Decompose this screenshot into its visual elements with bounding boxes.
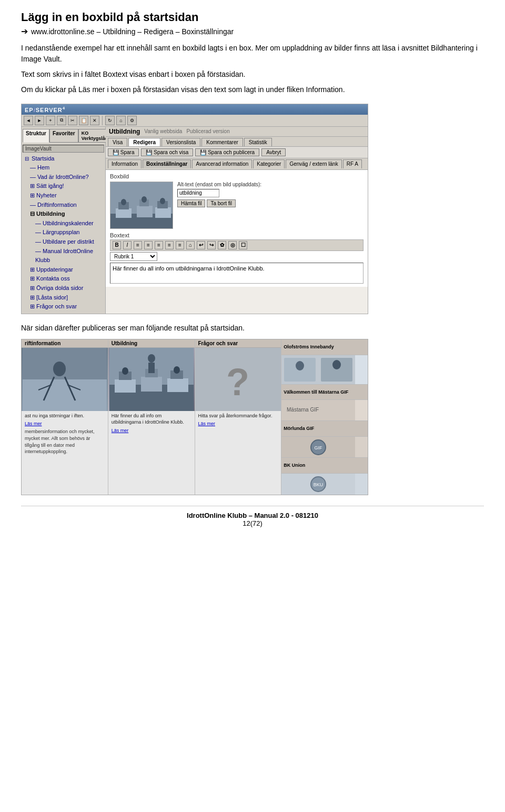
tree-item-drift[interactable]: — Driftinformation — [23, 201, 104, 210]
tab-rfa[interactable]: RF A — [343, 159, 362, 168]
tree-item-uppdateringar[interactable]: ⊞ Uppdateringar — [23, 265, 104, 275]
paragraph-1: I nedanstående exempel har ett innehåll … — [21, 43, 484, 65]
alt-text-input[interactable] — [177, 189, 219, 197]
morlunda-img: GIF — [281, 437, 368, 458]
save-and-publish-button[interactable]: 💾 Spara och publicera — [195, 148, 259, 156]
copy-icon[interactable]: ⧉ — [57, 116, 66, 125]
svg-rect-21 — [141, 377, 162, 392]
svg-point-26 — [122, 367, 128, 375]
result-col-utb: Utbildning Här finn — [108, 339, 195, 495]
tree-item-fragor[interactable]: ⊞ Frågor och svar — [23, 302, 104, 312]
tree-item-satt[interactable]: ⊞ Sätt igång! — [23, 182, 104, 191]
svg-text:BKU: BKU — [314, 482, 324, 487]
home-icon[interactable]: ⌂ — [116, 116, 126, 125]
settings-icon[interactable]: ⚙ — [127, 116, 137, 125]
align-left-button[interactable]: ≡ — [155, 241, 163, 249]
tree-label-uppdateringar: ⊞ Uppdateringar — [30, 266, 73, 273]
paste-icon[interactable]: 📋 — [79, 116, 88, 125]
bkunion-svg: BKU — [281, 474, 355, 495]
tree-item-utbildning[interactable]: ⊟ Utbildning — [23, 209, 104, 219]
tree-label-larg: — Lärgruppsplan — [35, 229, 79, 235]
list-ol-button[interactable]: ≡ — [144, 241, 153, 249]
boxbild-label: Boxbild — [110, 173, 363, 179]
breadcrumb-text: www.idrottonline.se – Utbildning – Redig… — [31, 27, 234, 36]
italic-button[interactable]: I — [123, 241, 132, 249]
nav-tab-versionslista[interactable]: Versionslista — [161, 138, 200, 146]
align-right-button[interactable]: ≡ — [176, 241, 184, 249]
svg-text:Mästarna GIF: Mästarna GIF — [287, 407, 319, 413]
richtext-content[interactable]: Här finner du all info om utbildningarna… — [110, 263, 363, 284]
add-icon[interactable]: + — [46, 116, 55, 125]
tree-item-ovriga[interactable]: ⊞ Övriga dolda sidor — [23, 284, 104, 293]
footer-title: IdrottOnline Klubb – Manual 2.0 - 081210 — [187, 512, 318, 519]
nav-tab-statistik[interactable]: Statistik — [244, 138, 272, 146]
svg-text:?: ? — [226, 361, 249, 403]
forward-icon[interactable]: ► — [35, 116, 44, 125]
list-ul-button[interactable]: ≡ — [134, 241, 142, 249]
delete-icon[interactable]: ✕ — [90, 116, 99, 125]
refresh-icon[interactable]: ↻ — [105, 116, 115, 125]
bkunion-img: BKU — [281, 474, 368, 495]
svg-rect-2 — [116, 208, 132, 218]
image-button[interactable]: ◎ — [228, 241, 237, 249]
nav-tab-kommentarer[interactable]: Kommentarer — [201, 138, 243, 146]
alt-text-block: Alt-text (endast om bild uppladdats): Hä… — [177, 182, 363, 207]
tree-item-manual[interactable]: — Manual IdrottOnline Klubb — [23, 247, 104, 265]
imagevault-bar[interactable]: ImageVault — [23, 145, 104, 153]
save-and-view-button[interactable]: 💾 Spara och visa — [141, 148, 193, 156]
result-utb-text: Här finner du all info om utbildningarna… — [108, 411, 195, 427]
epi-page-status: Publicerad version — [186, 128, 229, 134]
nav-tab-visa[interactable]: Visa — [108, 138, 127, 146]
episerver-screenshot: EPiSERVER4 ◄ ► + ⧉ ✂ 📋 ✕ ↻ ⌂ ⚙ Struktur … — [21, 104, 368, 314]
back-icon[interactable]: ◄ — [24, 116, 33, 125]
tree-item-kontakta[interactable]: ⊞ Kontakta oss — [23, 274, 104, 284]
svg-point-37 — [332, 360, 341, 369]
tree-item-nyheter[interactable]: ⊞ Nyheter — [23, 191, 104, 201]
undo-button[interactable]: ↩ — [197, 241, 205, 249]
format-select[interactable]: Rubrik 1 Rubrik 2 Normal — [110, 252, 157, 261]
result-utb-lasmer[interactable]: Läs mer — [108, 427, 195, 434]
morlunda-header: Mörlunda GIF — [281, 421, 368, 437]
tree-label-nyheter: ⊞ Nyheter — [30, 192, 57, 198]
table-button[interactable]: ☐ — [239, 241, 247, 249]
question-image: ? — [196, 348, 280, 411]
tab-avancerad[interactable]: Avancerad information — [192, 159, 252, 168]
result-drift-lasmer[interactable]: Läs mer — [22, 420, 108, 427]
tree-label-satt: ⊞ Sätt igång! — [30, 183, 64, 189]
epi-save-row: 💾 Spara 💾 Spara och visa 💾 Spara och pub… — [106, 147, 368, 158]
hamta-fil-button[interactable]: Hämta fil — [177, 199, 205, 207]
sidebar-tab-favoriter[interactable]: Favoriter — [49, 129, 78, 143]
epi-logo: EPiSERVER4 — [25, 106, 65, 113]
boxbild-scene-graphic — [110, 182, 173, 228]
save-button[interactable]: 💾 Spara — [108, 148, 139, 156]
link-button[interactable]: ✿ — [218, 241, 226, 249]
tree-item-utbkal[interactable]: — Utbildningskalender — [23, 219, 104, 228]
redo-button[interactable]: ↪ — [207, 241, 216, 249]
result-drift-img — [22, 348, 108, 411]
result-col-fragor: Frågor och svar ? Hitta svar på återkomm… — [195, 339, 282, 495]
bold-button[interactable]: B — [113, 241, 121, 249]
boxtext-label: Boxtext — [110, 232, 363, 238]
tree-item-startsida[interactable]: ⊟ Startsida — [23, 154, 104, 164]
tree-item-hem[interactable]: — Hem — [23, 163, 104, 173]
tab-genvag[interactable]: Genväg / extern länk — [286, 159, 341, 168]
footer: IdrottOnline Klubb – Manual 2.0 - 081210… — [21, 506, 484, 527]
cut-icon[interactable]: ✂ — [68, 116, 77, 125]
align-center-button[interactable]: ≡ — [165, 241, 174, 249]
ta-bort-fil-button[interactable]: Ta bort fil — [207, 199, 236, 207]
ski-image — [23, 348, 107, 411]
tab-boxinstallningar[interactable]: Boxinställningar — [143, 159, 191, 168]
result-paragraph: När sidan därefter publiceras ser man fö… — [21, 323, 484, 334]
tree-item-larg[interactable]: — Lärgruppsplan — [23, 228, 104, 237]
tree-item-utbper[interactable]: — Utbildare per distrikt — [23, 237, 104, 247]
nav-tab-redigera[interactable]: Redigera — [128, 138, 160, 146]
sidebar-tab-struktur[interactable]: Struktur — [23, 129, 49, 143]
epi-content-area: Boxbild — [106, 170, 368, 287]
tree-item-vad[interactable]: — Vad är IdrottOnline? — [23, 173, 104, 182]
tab-information[interactable]: Information — [108, 159, 142, 168]
result-fragor-lasmer[interactable]: Läs mer — [195, 420, 281, 427]
tab-kategorier[interactable]: Kategorier — [253, 159, 285, 168]
cancel-button[interactable]: Avbryt — [261, 148, 286, 156]
indent-button[interactable]: ⌂ — [186, 241, 195, 249]
tree-item-lasta[interactable]: ⊞ [Låsta sidor] — [23, 293, 104, 303]
